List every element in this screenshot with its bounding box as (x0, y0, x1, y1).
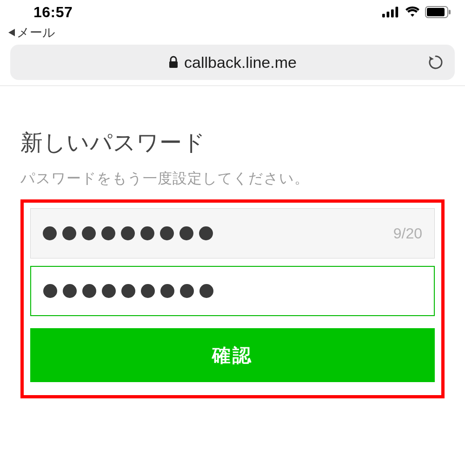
svg-rect-7 (169, 61, 178, 68)
back-chevron-icon (8, 29, 15, 36)
password-mask (43, 226, 213, 240)
back-to-app[interactable]: メール (0, 24, 465, 41)
svg-rect-3 (396, 7, 399, 18)
browser-url-text: callback.line.me (184, 53, 297, 72)
browser-url-bar[interactable]: callback.line.me (10, 45, 455, 80)
page-subtitle: パスワードをもう一度設定してください。 (20, 169, 445, 188)
password-counter: 9/20 (393, 225, 422, 242)
back-to-app-label: メール (17, 24, 55, 41)
reload-icon[interactable] (428, 54, 444, 70)
svg-rect-0 (382, 14, 385, 18)
confirm-button[interactable]: 確認 (30, 328, 435, 382)
new-password-input[interactable]: 9/20 (30, 208, 435, 258)
svg-rect-2 (391, 9, 394, 17)
svg-rect-5 (427, 8, 445, 16)
cellular-signal-icon (382, 7, 400, 18)
svg-rect-6 (449, 10, 451, 14)
confirm-password-input[interactable] (30, 266, 435, 316)
status-time: 16:57 (33, 4, 73, 21)
page-title: 新しいパスワード (20, 128, 445, 158)
svg-rect-1 (387, 12, 390, 17)
wifi-icon (405, 7, 420, 18)
annotation-highlight: 9/20 確認 (20, 199, 445, 398)
status-bar: 16:57 (0, 0, 465, 24)
lock-icon (168, 56, 179, 69)
password-mask (43, 284, 213, 298)
confirm-button-label: 確認 (212, 343, 253, 368)
battery-icon (425, 6, 451, 18)
